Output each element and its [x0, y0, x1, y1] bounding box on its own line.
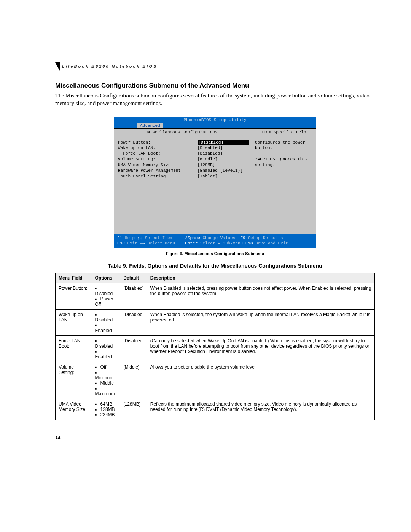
cell-menu-field: UMA Video Memory Size: [56, 399, 92, 420]
bios-setting-label: Touch Panel Setting: [118, 174, 198, 179]
bios-setting-label: Wake up on LAN: [118, 145, 198, 151]
intro-paragraph: The Miscellaneous Configurations submenu… [55, 92, 375, 107]
bios-left-heading: Miscellaneous Configurations [114, 129, 251, 136]
cell-menu-field: Wake up on LAN: [56, 310, 92, 336]
bios-setting-label: Volume Setting: [118, 157, 198, 162]
bios-footer-hint: ↑↓ Select Item [137, 235, 183, 241]
bios-setting-label: Power Button: [118, 140, 198, 145]
bios-tab-bar: Advanced [114, 123, 316, 128]
bios-setting-value[interactable]: [Tablet] [198, 174, 247, 179]
cell-default: [Disabled] [120, 336, 147, 362]
option-item: Disabled [95, 312, 117, 323]
bios-footer-hint: F10 Save and Exit [245, 241, 288, 246]
bios-setting-row[interactable]: Wake up on LAN:[Disabled] [118, 145, 247, 151]
option-item: Power Off [95, 296, 117, 307]
table-body: Power Button:DisabledPower Off[Disabled]… [56, 283, 375, 420]
table-header-cell: Options [92, 273, 120, 283]
bios-footer-keys: F1 Help ↑↓ Select Item -/Space Change Va… [114, 234, 316, 248]
bios-setting-label: UMA Video Memory Size: [118, 162, 198, 168]
option-item: Maximum [95, 386, 117, 396]
option-item: Enabled [95, 323, 117, 333]
cell-menu-field: Force LAN Boot: [56, 336, 92, 362]
cell-default: [Middle] [120, 362, 147, 399]
bios-setting-label: Hardware Power Management: [118, 168, 198, 174]
table-row: Power Button:DisabledPower Off[Disabled]… [56, 283, 375, 310]
cell-description: When Disabled is selected, pressing powe… [147, 283, 374, 310]
bios-help-line: setting. [255, 162, 312, 168]
page-number: 14 [55, 435, 375, 441]
bios-setting-value[interactable]: [128MB] [198, 162, 247, 168]
bios-footer-hint: F1 Help [117, 235, 137, 241]
cell-options: 64MB128MB224MB [92, 399, 120, 420]
cell-menu-field: Power Button: [56, 283, 92, 310]
cell-description: When Enabled is selected, the system wil… [147, 310, 374, 336]
bios-help-line: *ACPI OS ignores this [255, 157, 312, 162]
cell-options: DisabledPower Off [92, 283, 120, 310]
cell-default: [Disabled] [120, 283, 147, 310]
bios-setting-row[interactable]: Force LAN Boot:[Disabled] [118, 151, 247, 157]
bios-footer-hint: -/Space Change Values [183, 235, 241, 241]
option-item: Off [95, 364, 117, 370]
cell-menu-field: Volume Setting: [56, 362, 92, 399]
bios-tab-advanced[interactable]: Advanced [137, 123, 163, 128]
cell-description: Allows you to set or disable the system … [147, 362, 374, 399]
option-item: Middle [95, 380, 117, 386]
table-row: UMA Video Memory Size:64MB128MB224MB[128… [56, 399, 375, 420]
bios-setting-value[interactable]: [Disabled] [198, 145, 247, 151]
bios-setting-row[interactable]: UMA Video Memory Size:[128MB] [118, 162, 247, 168]
bios-footer-hint: ESC Exit [117, 241, 140, 246]
table-header-row: Menu FieldOptionsDefaultDescription [56, 273, 375, 283]
cell-default: [128MB] [120, 399, 147, 420]
bios-setting-row[interactable]: Hardware Power Management:[Enabled (Leve… [118, 168, 247, 174]
option-item: Minimum [95, 370, 117, 380]
option-item: 128MB [95, 407, 117, 412]
table-row: Force LAN Boot:DisabledEnabled[Disabled]… [56, 336, 375, 362]
bios-help-line: button. [255, 145, 312, 151]
options-table: Menu FieldOptionsDefaultDescription Powe… [55, 273, 375, 420]
document-page: LifeBook B6200 Notebook BIOS Miscellaneo… [0, 0, 411, 532]
bios-setting-row[interactable]: Volume Setting:[Middle] [118, 157, 247, 162]
bios-footer-hint: ←→ Select Menu [140, 241, 185, 246]
table-header-cell: Description [147, 273, 374, 283]
bios-setting-row[interactable]: Power Button:[Disabled] [118, 140, 247, 145]
bios-help-pane: Item Specific Help Configures the powerb… [251, 129, 316, 234]
bios-screenshot: PhoenixBIOS Setup Utility Advanced Misce… [114, 117, 316, 249]
bios-right-heading: Item Specific Help [251, 129, 316, 136]
table-header-cell: Menu Field [56, 273, 92, 283]
bios-footer-hint: F9 Setup Defaults [241, 235, 283, 241]
option-item: Enabled [95, 349, 117, 359]
bios-help-line: Configures the power [255, 140, 312, 145]
running-header: LifeBook B6200 Notebook BIOS [55, 64, 375, 70]
bios-window-title: PhoenixBIOS Setup Utility [114, 117, 316, 123]
cell-options: DisabledEnabled [92, 336, 120, 362]
option-item: Disabled [95, 338, 117, 349]
section-title: Miscellaneous Configurations Submenu of … [55, 82, 375, 89]
bios-setting-value[interactable]: [Middle] [198, 157, 247, 162]
bios-setting-label: Force LAN Boot: [118, 151, 198, 157]
bios-item-list: Power Button:[Disabled]Wake up on LAN:[D… [114, 136, 251, 234]
table-row: Volume Setting:OffMinimumMiddleMaximum[M… [56, 362, 375, 399]
bios-footer-hint: Enter Select ▶ Sub-Menu [185, 241, 245, 246]
bios-left-pane: Miscellaneous Configurations Power Butto… [114, 129, 251, 234]
figure-caption: Figure 9. Miscellaneous Configurations S… [55, 251, 375, 256]
table-row: Wake up on LAN:DisabledEnabled[Disabled]… [56, 310, 375, 336]
bios-setting-row[interactable]: Touch Panel Setting:[Tablet] [118, 174, 247, 179]
cell-description: (Can only be selected when Wake Up On LA… [147, 336, 374, 362]
cell-description: Reflects the maximum allocated shared vi… [147, 399, 374, 420]
option-item: 64MB [95, 401, 117, 407]
table-header-cell: Default [120, 273, 147, 283]
cell-default: [Disabled] [120, 310, 147, 336]
bios-help-line [255, 151, 312, 157]
cell-options: OffMinimumMiddleMaximum [92, 362, 120, 399]
bios-setting-value[interactable]: [Disabled] [198, 151, 247, 157]
cell-options: DisabledEnabled [92, 310, 120, 336]
bios-help-text: Configures the powerbutton. *ACPI OS ign… [251, 136, 316, 172]
option-item: Disabled [95, 286, 117, 296]
table-title: Table 9: Fields, Options and Defaults fo… [55, 263, 375, 269]
bios-setting-value[interactable]: [Disabled] [198, 140, 247, 145]
bios-setting-value[interactable]: [Enabled (Level1)] [198, 168, 247, 174]
option-item: 224MB [95, 412, 117, 417]
corner-tab-icon [55, 62, 60, 71]
